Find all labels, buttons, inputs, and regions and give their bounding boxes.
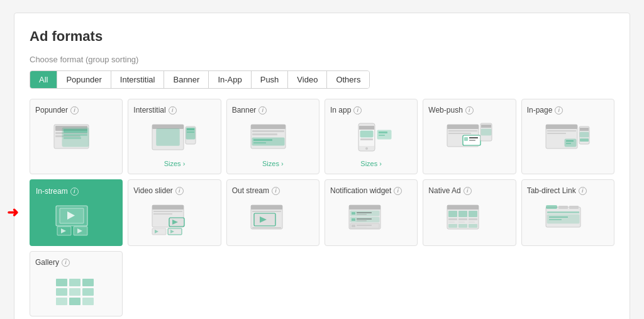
- ad-formats-container: Ad formats Choose format (group sorting)…: [14, 13, 630, 319]
- tabdirect-info-icon[interactable]: i: [579, 187, 587, 195]
- tab-others[interactable]: Others: [327, 71, 369, 88]
- svg-rect-101: [448, 224, 457, 228]
- svg-rect-37: [469, 137, 478, 138]
- instream-info-icon[interactable]: i: [70, 187, 79, 196]
- card-inpage[interactable]: In-page i: [521, 99, 614, 174]
- svg-rect-6: [64, 134, 87, 136]
- svg-rect-19: [252, 138, 284, 145]
- svg-rect-30: [379, 135, 385, 136]
- svg-rect-107: [569, 206, 579, 209]
- svg-rect-98: [448, 221, 455, 223]
- svg-rect-75: [252, 227, 281, 228]
- svg-rect-29: [379, 132, 387, 133]
- svg-rect-9: [152, 125, 184, 129]
- svg-rect-112: [56, 279, 67, 286]
- gallery-image: [35, 272, 117, 310]
- videoslider-info-icon[interactable]: i: [175, 187, 184, 195]
- svg-rect-72: [252, 211, 281, 212]
- interstitial-info-icon[interactable]: i: [169, 106, 177, 115]
- notificationwidget-info-icon[interactable]: i: [394, 187, 402, 195]
- svg-rect-116: [69, 288, 80, 296]
- svg-rect-41: [481, 129, 491, 135]
- webpush-image: [428, 120, 510, 157]
- interstitial-sizes[interactable]: Sizes ›: [133, 160, 215, 167]
- svg-rect-5: [64, 129, 87, 133]
- svg-rect-26: [360, 138, 373, 140]
- svg-rect-84: [357, 218, 372, 220]
- outstream-info-icon[interactable]: i: [272, 187, 280, 195]
- svg-rect-36: [464, 137, 468, 141]
- svg-rect-93: [458, 211, 467, 217]
- card-outstream[interactable]: Out stream i: [226, 179, 319, 246]
- tab-inapp[interactable]: In-App: [209, 71, 251, 88]
- card-tabdirect[interactable]: Tab-direct Link i: [521, 179, 614, 246]
- card-inapp[interactable]: In app i Sizes ›: [325, 99, 418, 174]
- page-title: Ad formats: [30, 28, 614, 45]
- banner-sizes[interactable]: Sizes ›: [232, 160, 314, 167]
- svg-rect-47: [566, 140, 574, 142]
- card-tabdirect-label: Tab-direct Link: [527, 186, 576, 195]
- gallery-info-icon[interactable]: i: [62, 259, 70, 267]
- card-notificationwidget[interactable]: Notification widget i: [325, 179, 418, 246]
- svg-rect-32: [447, 125, 479, 129]
- svg-rect-77: [349, 205, 380, 210]
- tab-video[interactable]: Video: [288, 71, 327, 88]
- tab-interstitial[interactable]: Interstitial: [111, 71, 165, 88]
- card-popunder-label: Popunder: [35, 106, 68, 115]
- tab-all[interactable]: All: [30, 71, 57, 88]
- svg-point-27: [365, 147, 368, 150]
- instream-wrapper: ➜ In-stream i: [30, 179, 123, 246]
- svg-rect-89: [357, 227, 367, 228]
- card-instream-label: In-stream: [36, 187, 68, 196]
- svg-rect-52: [580, 138, 589, 142]
- svg-rect-62: [153, 211, 182, 212]
- card-gallery[interactable]: Gallery i: [30, 251, 123, 316]
- format-tabs: All Popunder Interstitial Banner In-App …: [30, 70, 370, 89]
- svg-rect-18: [252, 133, 277, 135]
- svg-rect-33: [448, 130, 477, 132]
- svg-rect-17: [252, 130, 284, 132]
- svg-rect-85: [357, 220, 367, 221]
- card-webpush[interactable]: Web-push i: [423, 99, 516, 174]
- svg-rect-66: [152, 228, 166, 235]
- tab-push[interactable]: Push: [252, 71, 289, 88]
- card-banner-label: Banner: [232, 106, 257, 115]
- card-videoslider-label: Video slider: [133, 186, 172, 195]
- notificationwidget-image: [330, 200, 412, 238]
- svg-rect-120: [82, 298, 94, 305]
- card-banner[interactable]: Banner i Sizes ›: [226, 99, 319, 174]
- inapp-info-icon[interactable]: i: [353, 106, 362, 115]
- svg-rect-111: [549, 219, 562, 220]
- banner-info-icon[interactable]: i: [258, 106, 267, 115]
- svg-rect-118: [56, 298, 67, 305]
- svg-rect-91: [447, 205, 479, 210]
- nativead-info-icon[interactable]: i: [464, 187, 472, 195]
- webpush-info-icon[interactable]: i: [465, 106, 474, 115]
- svg-rect-115: [56, 288, 67, 296]
- inpage-info-icon[interactable]: i: [555, 106, 563, 115]
- tab-popunder[interactable]: Popunder: [57, 71, 111, 88]
- svg-rect-13: [187, 128, 194, 130]
- card-instream[interactable]: In-stream i: [30, 179, 123, 246]
- svg-rect-63: [153, 213, 172, 215]
- inapp-sizes[interactable]: Sizes ›: [330, 160, 412, 167]
- svg-rect-95: [448, 218, 457, 220]
- card-popunder[interactable]: Popunder i: [30, 99, 123, 174]
- svg-rect-99: [458, 221, 465, 223]
- card-videoslider[interactable]: Video slider i: [128, 179, 221, 246]
- svg-rect-48: [566, 143, 571, 144]
- banner-image: [232, 120, 314, 157]
- svg-rect-71: [251, 205, 282, 210]
- svg-rect-92: [448, 211, 457, 217]
- svg-rect-80: [357, 212, 372, 213]
- tab-banner[interactable]: Banner: [164, 71, 209, 88]
- popunder-info-icon[interactable]: i: [70, 106, 79, 115]
- svg-rect-68: [168, 228, 182, 235]
- svg-rect-44: [547, 130, 576, 132]
- card-gallery-label: Gallery: [35, 258, 59, 267]
- card-interstitial[interactable]: Interstitial i Sizes ›: [128, 99, 221, 174]
- card-nativead[interactable]: Native Ad i: [423, 179, 516, 246]
- svg-rect-114: [82, 279, 94, 286]
- tabdirect-image: [527, 200, 609, 238]
- videoslider-image: [133, 200, 215, 238]
